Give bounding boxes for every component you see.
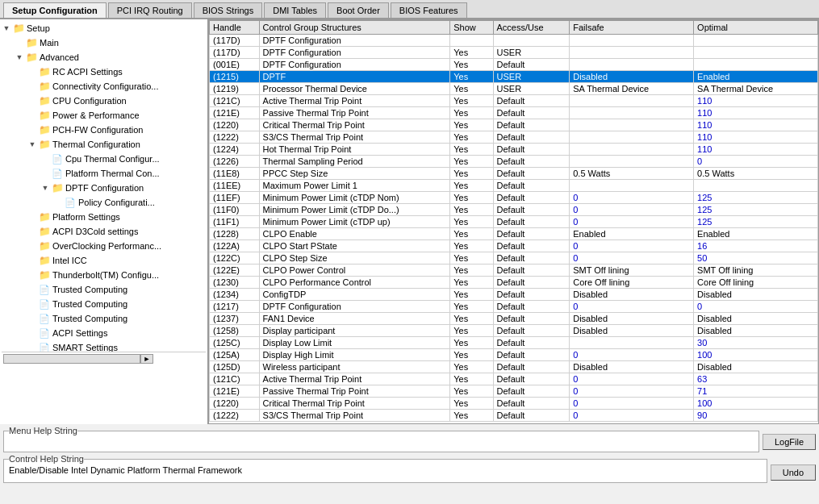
tree-item-power-perf[interactable]: 📁Power & Performance <box>2 108 206 123</box>
tree-item-setup[interactable]: ▼📁Setup <box>2 21 206 35</box>
table-row[interactable]: (1215)DPTFYesUSERDisabledEnabled <box>210 71 818 83</box>
table-row[interactable]: (11F1)Minimum Power Limit (cTDP up)YesDe… <box>210 216 818 228</box>
tree-label: Setup <box>27 23 50 33</box>
tree-item-dptf-config[interactable]: ▼📁DPTF Configuration <box>2 181 206 195</box>
table-row[interactable]: (121C)Active Thermal Trip PointYesDefaul… <box>210 373 818 385</box>
undo-button[interactable]: Undo <box>771 464 816 481</box>
table-cell: CLPO Performance Control <box>259 277 450 289</box>
table-cell: Enabled <box>570 228 694 240</box>
tree-item-overclocking[interactable]: 📁OverClocking Performanc... <box>2 239 206 253</box>
log-button[interactable]: LogFile <box>763 434 816 450</box>
tree-item-smart-settings[interactable]: 📄SMART Settings <box>2 340 206 352</box>
table-cell: Yes <box>450 361 493 373</box>
tree-item-trusted2[interactable]: 📄Trusted Computing <box>2 297 206 311</box>
table-row[interactable]: (1226)Thermal Sampling PeriodYesDefault0 <box>210 156 818 168</box>
table-row[interactable]: (121C)Active Thermal Trip PointYesDefaul… <box>210 95 818 107</box>
tree-hscroll-right[interactable]: ► <box>140 354 153 364</box>
tree-scroll-area[interactable]: ▼📁Setup 📁Main▼📁Advanced 📁RC ACPI Setting… <box>2 21 206 352</box>
table-cell: Critical Thermal Trip Point <box>259 119 450 131</box>
table-cell <box>570 35 694 47</box>
table-row[interactable]: (11EF)Minimum Power Limit (cTDP Nom)YesD… <box>210 192 818 204</box>
table-row[interactable]: (11F0)Minimum Power Limit (cTDP Do...)Ye… <box>210 204 818 216</box>
blue-value: 110 <box>697 96 712 106</box>
tree-item-pch-fw[interactable]: 📁PCH-FW Configuration <box>2 123 206 137</box>
table-row[interactable]: (125C)Display Low LimitYesDefault30 <box>210 337 818 349</box>
table-cell: Enabled <box>694 71 818 83</box>
table-cell: (121E) <box>210 107 260 119</box>
tree-item-intel-icc[interactable]: 📁Intel ICC <box>2 253 206 268</box>
table-row[interactable]: (122C)CLPO Step SizeYesDefault050 <box>210 252 818 264</box>
tab-setup-configuration[interactable]: Setup Configuration <box>3 2 107 18</box>
table-row[interactable]: (1217)DPTF ConfigurationYesDefault00 <box>210 301 818 313</box>
table-row[interactable]: (11E8)PPCC Step SizeYesDefault0.5 Watts0… <box>210 168 818 180</box>
control-help-text: Enable/Disable Intel Dynamic Platform Th… <box>9 465 762 475</box>
table-row[interactable]: (121E)Passive Thermal Trip PointYesDefau… <box>210 385 818 398</box>
table-cell: Yes <box>450 252 493 264</box>
tree-item-advanced[interactable]: ▼📁Advanced <box>2 50 206 65</box>
table-row[interactable]: (1237)FAN1 DeviceYesDefaultDisabledDisab… <box>210 313 818 325</box>
table-row[interactable]: (11EE)Maximum Power Limit 1YesDefault <box>210 180 818 192</box>
table-row[interactable]: (1230)CLPO Performance ControlYesDefault… <box>210 277 818 289</box>
table-cell: S3/CS Thermal Trip Point <box>259 410 450 422</box>
table-row[interactable]: (117D)DPTF ConfigurationYesUSER <box>210 47 818 59</box>
table-row[interactable]: (1220)Critical Thermal Trip PointYesDefa… <box>210 119 818 131</box>
tree-item-thunderbolt[interactable]: 📁Thunderbolt(TM) Configu... <box>2 268 206 282</box>
tree-label: Main <box>40 38 59 48</box>
tab-boot-order[interactable]: Boot Order <box>328 2 389 18</box>
tree-item-platform-settings[interactable]: 📁Platform Settings <box>2 210 206 224</box>
table-cell: Display Low Limit <box>259 337 450 349</box>
tab-dmi-tables[interactable]: DMI Tables <box>264 2 326 18</box>
folder-icon: 📁 <box>38 225 51 238</box>
tab-bios-features[interactable]: BIOS Features <box>391 2 467 18</box>
blue-value: 0 <box>573 386 578 396</box>
table-row[interactable]: (125D)Wireless participantYesDefaultDisa… <box>210 361 818 373</box>
table-row[interactable]: (1220)Critical Thermal Trip PointYesDefa… <box>210 398 818 410</box>
tree-hscroll[interactable] <box>3 354 140 364</box>
table-cell <box>694 59 818 71</box>
tree-item-cpu-config[interactable]: 📁CPU Configuration <box>2 94 206 108</box>
tree-expander[interactable]: ▼ <box>2 23 11 33</box>
tree-item-thermal[interactable]: ▼📁Thermal Configuration <box>2 137 206 152</box>
tree-item-connectivity[interactable]: 📁Connectivity Configuratio... <box>2 79 206 94</box>
table-row[interactable]: (122A)CLPO Start PStateYesDefault016 <box>210 240 818 252</box>
blue-value: 0 <box>573 205 578 215</box>
tree-item-rc-acpi[interactable]: 📁RC ACPI Settings <box>2 65 206 79</box>
tree-item-cpu-thermal[interactable]: 📄Cpu Thermal Configur... <box>2 152 206 166</box>
blue-value: 0 <box>573 350 578 360</box>
table-row[interactable]: (121E)Passive Thermal Trip PointYesDefau… <box>210 107 818 119</box>
table-row[interactable]: (1222)S3/CS Thermal Trip PointYesDefault… <box>210 131 818 144</box>
tree-item-acpi-d3cold[interactable]: 📁ACPI D3Cold settings <box>2 224 206 239</box>
tree-expander[interactable]: ▼ <box>40 183 50 193</box>
tab-bios-strings[interactable]: BIOS Strings <box>194 2 263 18</box>
table-row[interactable]: (1258)Display participantYesDefaultDisab… <box>210 325 818 337</box>
tree-expander[interactable]: ▼ <box>15 52 24 62</box>
tree-item-platform-thermal[interactable]: 📄Platform Thermal Con... <box>2 166 206 181</box>
table-cell: Thermal Sampling Period <box>259 156 450 168</box>
tree-item-main[interactable]: 📁Main <box>2 35 206 50</box>
tree-item-acpi-settings[interactable]: 📄ACPI Settings <box>2 326 206 340</box>
table-row[interactable]: (1224)Hot Thermal Trip PointYesDefault11… <box>210 144 818 156</box>
tree-item-policy-config[interactable]: 📄Policy Configurati... <box>2 195 206 210</box>
table-row[interactable]: (1234)ConfigTDPYesDefaultDisabledDisable… <box>210 289 818 301</box>
tree-item-trusted3[interactable]: 📄Trusted Computing <box>2 311 206 326</box>
table-row[interactable]: (125A)Display High LimitYesDefault0100 <box>210 349 818 361</box>
table-cell: DPTF <box>259 71 450 83</box>
table-cell: (11EF) <box>210 192 260 204</box>
table-cell: (1222) <box>210 131 260 144</box>
blue-value: 0 <box>573 410 578 420</box>
table-row[interactable]: (1228)CLPO EnableYesDefaultEnabledEnable… <box>210 228 818 240</box>
tree-expander[interactable]: ▼ <box>27 140 37 149</box>
data-table-container[interactable]: Handle Control Group Structures Show Acc… <box>208 19 819 424</box>
tree-item-trusted1[interactable]: 📄Trusted Computing <box>2 282 206 297</box>
table-cell: DPTF Configuration <box>259 59 450 71</box>
table-cell: (001E) <box>210 59 260 71</box>
table-row[interactable]: (001E)DPTF ConfigurationYesDefault <box>210 59 818 71</box>
tab-pci-irq[interactable]: PCI IRQ Routing <box>108 2 192 18</box>
table-cell: Yes <box>450 47 493 59</box>
table-row[interactable]: (1222)S3/CS Thermal Trip PointYesDefault… <box>210 410 818 422</box>
tree-label: Trusted Computing <box>52 314 127 323</box>
table-row[interactable]: (122E)CLPO Power ControlYesDefaultSMT Of… <box>210 264 818 277</box>
table-cell: Default <box>493 240 570 252</box>
table-row[interactable]: (1219)Processor Thermal DeviceYesUSERSA … <box>210 83 818 95</box>
table-row[interactable]: (117D)DPTF Configuration <box>210 35 818 47</box>
